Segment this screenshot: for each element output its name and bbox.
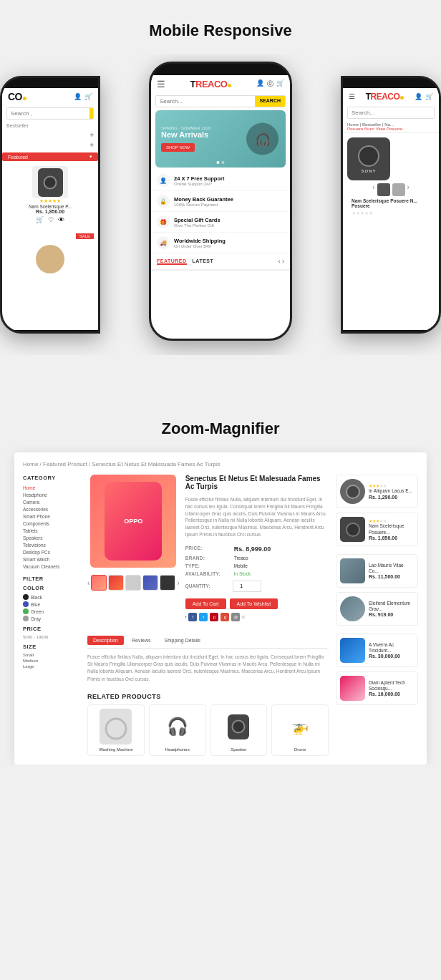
rc-price-5: Rs. 30,000.00 bbox=[369, 654, 414, 659]
cart-icon-center: ⓪ bbox=[267, 79, 273, 89]
prev-arrow[interactable]: ‹ bbox=[372, 183, 374, 196]
cat-desktop[interactable]: Desktop PCs bbox=[23, 548, 80, 556]
rc-img-1 bbox=[340, 479, 365, 504]
feature-gift: 🎁 Special Gift Cards Give The Perfect Gi… bbox=[151, 212, 290, 233]
right-search[interactable] bbox=[347, 107, 435, 119]
quantity-input[interactable] bbox=[233, 581, 261, 592]
search-input-right[interactable] bbox=[348, 107, 434, 118]
drone-name: Drone bbox=[276, 747, 324, 752]
googleplus-icon[interactable]: g bbox=[220, 613, 229, 621]
rc-info-1: ★★★★★ In Aliquam Lacus E... Rs. 1,290.00 bbox=[369, 483, 414, 499]
size-options: Small Medium Large bbox=[23, 653, 80, 669]
next-arrow[interactable]: › bbox=[407, 183, 410, 196]
left-product-stars: ★★★★★ bbox=[2, 198, 98, 204]
twitter-icon[interactable]: t bbox=[199, 613, 208, 621]
thumb-2 bbox=[392, 183, 405, 196]
search-input-left[interactable] bbox=[7, 108, 89, 119]
view-icon[interactable]: 👁 bbox=[58, 216, 64, 223]
rc-name-1: In Aliquam Lacus E... bbox=[369, 488, 414, 494]
rc-info-3: Lao Mauris Vitae Co... Rs. 11,500.00 bbox=[369, 563, 414, 580]
cart-action-icon[interactable]: 🛒 bbox=[36, 216, 44, 223]
left-product-price: Rs. 1,850.00 bbox=[2, 209, 98, 214]
color-dot-gray bbox=[23, 616, 29, 621]
color-dot-blue bbox=[23, 601, 29, 607]
cat-accessories[interactable]: Accessories bbox=[23, 505, 80, 513]
next-thumb[interactable]: › bbox=[177, 579, 179, 587]
rc-img-3 bbox=[340, 558, 365, 583]
related-speaker: Speaker bbox=[210, 704, 268, 756]
cat-home[interactable]: Home bbox=[23, 484, 80, 491]
description-section: Description Reviews Shipping Details Fus… bbox=[87, 627, 329, 688]
main-product-image: OPPO bbox=[90, 475, 176, 568]
hamburger-icon-right[interactable]: ☰ bbox=[349, 92, 355, 100]
features-list: 👤 24 X 7 Free Support Online Support 24/… bbox=[151, 170, 290, 253]
add-to-cart-button[interactable]: Add To Cart bbox=[185, 598, 226, 609]
right-card-1: ★★★★★ In Aliquam Lacus E... Rs. 1,290.00 bbox=[336, 475, 418, 508]
detail-brand: BRAND: Treaco bbox=[185, 554, 329, 562]
detail-availability: AVAILABILITY: In Stock bbox=[185, 570, 329, 578]
tab-shipping[interactable]: Shipping Details bbox=[158, 636, 206, 645]
thumb-1 bbox=[377, 183, 390, 196]
size-small[interactable]: Small bbox=[23, 653, 80, 657]
wishlist-icon[interactable]: ♡ bbox=[48, 216, 54, 223]
cat-headphone[interactable]: Headphone bbox=[23, 491, 80, 498]
phone-left-search[interactable]: SEARCH bbox=[6, 107, 94, 120]
speaker-name: Speaker bbox=[215, 747, 263, 752]
cat-speakers[interactable]: Speakers bbox=[23, 534, 80, 541]
size-large[interactable]: Large bbox=[23, 664, 80, 669]
rc-info-2: ★★★★★ Nam Scelerisque Posuere... Rs. 1,8… bbox=[369, 518, 414, 540]
page-footer bbox=[0, 765, 441, 786]
email-icon[interactable]: @ bbox=[231, 613, 240, 621]
rc-price-4: Rs. 919.00 bbox=[369, 612, 414, 617]
cat-vacuum[interactable]: Vacuum Cleaners bbox=[23, 563, 80, 570]
cat-smartwatch[interactable]: Smart Watch bbox=[23, 556, 80, 563]
tab-featured[interactable]: FEATURED bbox=[157, 258, 187, 265]
bag-icon-center: 🛒 bbox=[276, 79, 284, 89]
pinterest-icon[interactable]: p bbox=[210, 613, 218, 621]
color-gray[interactable]: Gray bbox=[23, 616, 80, 621]
related-drone: 🚁 Drone bbox=[271, 704, 329, 756]
section1-title: Mobile Responsive bbox=[0, 0, 441, 54]
cat-televisions[interactable]: Televisions bbox=[23, 541, 80, 548]
rc-img-5 bbox=[340, 638, 365, 663]
center-search[interactable]: SEARCH bbox=[155, 95, 286, 107]
cat-camera[interactable]: Camera bbox=[23, 498, 80, 505]
share-label: f bbox=[185, 615, 187, 619]
size-medium[interactable]: Medium bbox=[23, 659, 80, 663]
rc-name-2: Nam Scelerisque Posuere... bbox=[369, 523, 414, 535]
tab-latest[interactable]: LATEST bbox=[193, 258, 214, 265]
cat-tablets[interactable]: Tablets bbox=[23, 527, 80, 534]
availability-value: In Stock bbox=[234, 571, 251, 576]
prev-thumb[interactable]: ‹ bbox=[87, 579, 89, 587]
search-btn-center[interactable]: SEARCH bbox=[255, 96, 285, 107]
tab-description[interactable]: Description bbox=[87, 636, 124, 645]
facebook-icon[interactable]: f bbox=[188, 613, 197, 621]
cat-smartphone[interactable]: Smart Phone bbox=[23, 513, 80, 520]
thumb-gray[interactable] bbox=[125, 575, 141, 591]
banner-shop-btn[interactable]: SHOP NOW bbox=[161, 143, 195, 152]
right-product-column: ★★★★★ In Aliquam Lacus E... Rs. 1,290.00… bbox=[336, 475, 418, 756]
tab-reviews[interactable]: Reviews bbox=[126, 636, 156, 645]
right-nav: Home | Bestseller | Na... Posuere Nunc V… bbox=[343, 121, 439, 133]
cart-icon: 🛒 bbox=[84, 93, 92, 100]
thumb-black[interactable] bbox=[160, 575, 175, 591]
rc-name-3: Lao Mauris Vitae Co... bbox=[369, 563, 414, 575]
hamburger-icon[interactable]: ☰ bbox=[157, 79, 165, 89]
search-button-left[interactable]: SEARCH bbox=[89, 108, 94, 119]
thumb-red2[interactable] bbox=[108, 575, 124, 591]
cat-components[interactable]: Components bbox=[23, 520, 80, 527]
color-black[interactable]: Black bbox=[23, 594, 80, 600]
color-blue[interactable]: Blue bbox=[23, 601, 80, 607]
rc-price-2: Rs. 1,850.00 bbox=[369, 535, 414, 540]
speaker-image bbox=[215, 709, 263, 744]
add-to-wishlist-button[interactable]: Add To Wishlist bbox=[230, 598, 278, 609]
thumb-navigation: ‹ › bbox=[87, 575, 180, 591]
thumb-blue[interactable] bbox=[142, 575, 158, 591]
thumb-red[interactable] bbox=[91, 575, 107, 591]
quantity-row: QUANTITY: bbox=[185, 578, 329, 595]
color-green[interactable]: Green bbox=[23, 608, 80, 614]
breadcrumb: Home / Featured Product / Senectus Et Ne… bbox=[23, 461, 418, 467]
search-input-center[interactable] bbox=[156, 96, 255, 107]
color-dot-black bbox=[23, 594, 29, 600]
tab-nav-arrows[interactable]: ‹ › bbox=[278, 258, 285, 265]
